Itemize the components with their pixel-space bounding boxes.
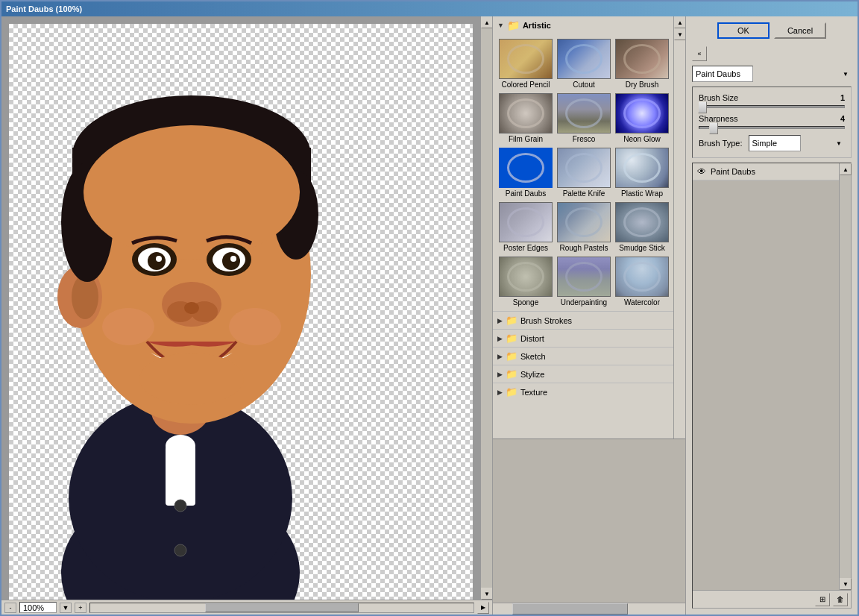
brush-size-slider-track[interactable]: [699, 105, 845, 108]
sharpness-slider-thumb[interactable]: [709, 122, 718, 134]
filter-label-underpainting: Underpainting: [561, 298, 607, 307]
scroll-up-btn[interactable]: ▲: [481, 16, 492, 28]
brush-type-select[interactable]: Simple Light Rough Dark Rough Wide Sharp…: [749, 135, 801, 151]
svg-point-29: [174, 544, 186, 556]
layer-row-paint-daubs[interactable]: 👁 Paint Daubs: [693, 163, 839, 180]
filter-select[interactable]: Paint Daubs Colored Pencil Cutout Dry Br…: [692, 66, 753, 82]
filter-item-fresco[interactable]: Fresco: [556, 92, 612, 145]
collapse-row: «: [692, 46, 852, 61]
canvas-hscrollbar[interactable]: [89, 603, 474, 613]
filter-hscroll-thumb[interactable]: [512, 603, 628, 615]
filter-vscrollbar[interactable]: ▲ ▼: [673, 16, 685, 439]
filter-scroll-up[interactable]: ▲: [674, 16, 685, 28]
layer-name: Paint Daubs: [711, 167, 834, 176]
canvas-vscrollbar[interactable]: ▲ ▼: [480, 16, 492, 600]
filter-item-plastic-wrap[interactable]: Plastic Wrap: [614, 146, 670, 199]
filter-label-rough-pastels: Rough Pastels: [559, 244, 608, 252]
filter-item-colored-pencil[interactable]: Colored Pencil: [497, 37, 554, 90]
layer-new-btn[interactable]: ⊞: [815, 593, 830, 606]
filter-label-film-grain: Film Grain: [509, 135, 543, 143]
zoom-out-btn[interactable]: -: [4, 603, 16, 613]
filter-item-underpainting[interactable]: Underpainting: [556, 255, 612, 308]
layer-scroll-track[interactable]: [840, 175, 851, 578]
filter-label-sponge: Sponge: [513, 298, 538, 307]
filter-scroll-area: ▼ 📁 Artistic Colored Pencil: [493, 16, 685, 439]
layer-delete-btn[interactable]: 🗑: [833, 593, 848, 606]
params-section: Brush Size 1 Sharpness 4: [692, 87, 852, 158]
distort-arrow: ▶: [497, 335, 503, 342]
layer-bottom-bar: ⊞ 🗑: [693, 590, 851, 608]
svg-point-16: [156, 256, 162, 262]
filter-thumb-dry-brush: [615, 39, 669, 79]
filter-item-neon-glow[interactable]: Neon Glow: [614, 92, 670, 145]
cancel-button[interactable]: Cancel: [774, 22, 826, 39]
filter-label-smudge-stick: Smudge Stick: [619, 244, 665, 252]
svg-point-26: [229, 308, 281, 345]
filter-thumb-colored-pencil: [499, 39, 553, 79]
zoom-in-btn[interactable]: +: [75, 603, 86, 613]
zoom-value[interactable]: 100%: [19, 602, 57, 613]
filter-item-rough-pastels[interactable]: Rough Pastels: [556, 201, 612, 254]
layer-visibility-icon[interactable]: 👁: [697, 166, 706, 177]
filter-item-sponge[interactable]: Sponge: [497, 255, 554, 308]
filter-item-smudge-stick[interactable]: Smudge Stick: [614, 201, 670, 254]
artistic-arrow-icon: ▼: [497, 22, 504, 29]
artistic-folder-icon: 📁: [507, 19, 520, 31]
category-stylize[interactable]: ▶ 📁 Stylize: [493, 365, 673, 383]
filter-item-watercolor[interactable]: Watercolor: [614, 255, 670, 308]
hscroll-thumb[interactable]: [205, 603, 359, 612]
layer-scroll-up[interactable]: ▲: [840, 163, 852, 175]
filter-label-dry-brush: Dry Brush: [626, 81, 658, 89]
filter-item-film-grain[interactable]: Film Grain: [497, 92, 554, 145]
filter-label-paint-daubs: Paint Daubs: [506, 189, 546, 198]
filter-scroll-down[interactable]: ▼: [674, 28, 685, 40]
right-panel: OK Cancel « Paint Daubs Colored Pencil C…: [686, 16, 858, 615]
filter-preview-area: [493, 439, 685, 603]
brush-type-select-wrapper: Simple Light Rough Dark Rough Wide Sharp…: [749, 135, 846, 151]
category-brush-strokes-label: Brush Strokes: [520, 316, 572, 325]
brush-size-row: Brush Size 1: [699, 93, 845, 108]
filter-item-poster-edges[interactable]: Poster Edges: [497, 201, 554, 254]
svg-point-3: [166, 435, 195, 457]
sketch-folder: 📁: [506, 351, 517, 362]
filter-thumb-smudge-stick: [615, 202, 669, 242]
filter-label-fresco: Fresco: [573, 135, 596, 143]
category-sketch-label: Sketch: [520, 352, 546, 361]
filter-item-paint-daubs[interactable]: Paint Daubs: [497, 146, 554, 199]
brush-strokes-arrow: ▶: [497, 317, 503, 324]
scroll-down-btn[interactable]: ▼: [481, 588, 492, 600]
category-texture[interactable]: ▶ 📁 Texture: [493, 383, 673, 400]
brush-size-value: 1: [840, 93, 845, 102]
sketch-arrow: ▶: [497, 353, 503, 360]
filter-item-dry-brush[interactable]: Dry Brush: [614, 37, 670, 90]
canvas-image: [31, 24, 359, 600]
scroll-track[interactable]: [481, 28, 492, 588]
filter-content: ▼ 📁 Artistic Colored Pencil: [493, 16, 673, 439]
zoom-dropdown-btn[interactable]: ▼: [60, 603, 72, 613]
title-bar: Paint Daubs (100%): [1, 1, 858, 16]
filter-select-wrapper: Paint Daubs Colored Pencil Cutout Dry Br…: [692, 66, 852, 82]
filter-thumb-poster-edges: [499, 202, 553, 242]
filter-item-palette-knife[interactable]: Palette Knife: [556, 146, 612, 199]
category-sketch[interactable]: ▶ 📁 Sketch: [493, 347, 673, 365]
layer-vscrollbar[interactable]: ▲ ▼: [839, 163, 851, 590]
sharpness-slider-track[interactable]: [699, 126, 845, 129]
canvas-scroll-area[interactable]: [1, 16, 480, 600]
window-title: Paint Daubs (100%): [6, 4, 82, 13]
filter-grid: Colored Pencil Cutout: [493, 34, 673, 311]
svg-point-12: [84, 125, 300, 260]
filter-hscrollbar[interactable]: [493, 603, 685, 615]
layer-scroll-down[interactable]: ▼: [840, 578, 852, 590]
filter-label-poster-edges: Poster Edges: [503, 244, 548, 252]
collapse-panel-btn[interactable]: «: [692, 46, 707, 61]
category-brush-strokes[interactable]: ▶ 📁 Brush Strokes: [493, 311, 673, 329]
artistic-section-header[interactable]: ▼ 📁 Artistic: [493, 16, 673, 34]
category-distort[interactable]: ▶ 📁 Distort: [493, 329, 673, 347]
filter-thumb-underpainting: [557, 257, 611, 297]
brush-size-slider-thumb[interactable]: [698, 101, 707, 113]
filter-thumb-fresco: [557, 93, 611, 133]
scroll-right-btn[interactable]: ▶: [477, 602, 489, 614]
filter-item-cutout[interactable]: Cutout: [556, 37, 612, 90]
ok-button[interactable]: OK: [717, 22, 770, 39]
filter-select-row: Paint Daubs Colored Pencil Cutout Dry Br…: [692, 66, 852, 82]
